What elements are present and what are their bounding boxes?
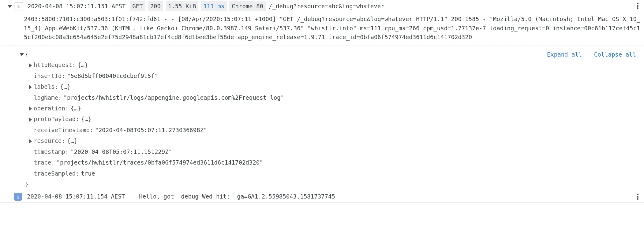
chevron-right-icon (29, 63, 32, 68)
expand-all-link[interactable]: Expand all (547, 50, 582, 59)
field-httpRequest[interactable]: httpRequest: {…} (18, 60, 641, 70)
star-icon: ✳ (17, 2, 21, 11)
status-chip[interactable]: 200 (148, 1, 163, 11)
latency-chip[interactable]: 111 ms (201, 1, 227, 11)
structured-payload: Expand all | Collapse all { httpRequest:… (0, 46, 644, 191)
log-entry-header[interactable]: ✳ 2020-04-08 15:07:11.151 AEST GET 200 1… (0, 0, 644, 12)
field-timestamp[interactable]: timestamp: "2020-04-08T05:07:11.151229Z" (18, 147, 641, 157)
json-close: } (18, 179, 641, 190)
field-traceSampled[interactable]: traceSampled: true (18, 168, 641, 179)
star-button[interactable]: ✳ (14, 2, 23, 10)
field-trace[interactable]: trace: "projects/hwhistlr/traces/0bfa06f… (18, 157, 641, 168)
expand-toggle[interactable] (6, 2, 14, 11)
controls-divider: | (586, 50, 590, 59)
json-controls: Expand all | Collapse all (547, 50, 636, 59)
field-resource[interactable]: resource: {…} (18, 136, 641, 146)
collapse-all-link[interactable]: Collapse all (594, 50, 636, 59)
chevron-right-icon (29, 85, 32, 89)
log-entry-2[interactable]: i 2020-04-08 15:07:11.154 AEST Hello, go… (0, 191, 644, 202)
chevron-right-icon (29, 106, 32, 111)
open-brace: { (25, 50, 28, 59)
field-logName[interactable]: logName: "projects/hwhistlr/logs/appengi… (18, 92, 641, 103)
field-insertId[interactable]: insertId: "5e8d5bff000401c0cbef915f" (18, 71, 641, 81)
field-operation[interactable]: operation: {…} (18, 103, 641, 114)
http-method-chip[interactable]: GET (130, 1, 145, 11)
chevron-right-icon (29, 117, 32, 122)
field-protoPayload[interactable]: protoPayload: {…} (18, 114, 641, 124)
entry-menu[interactable] (637, 194, 638, 200)
chevron-right-icon (29, 139, 32, 143)
info-severity-icon: i (14, 193, 22, 201)
request-path: /_debug?resource=abc&log=whatever (269, 2, 384, 11)
size-chip[interactable]: 1.55 KiB (166, 1, 199, 11)
field-receiveTimestamp[interactable]: receiveTimestamp: "2020-04-08T05:07:11.2… (18, 125, 641, 136)
log-message: Hello, got _debug Wed hit: _ga=GA1.2.559… (139, 192, 335, 201)
entry-menu[interactable] (637, 3, 638, 9)
useragent-chip[interactable]: Chrome 80 (229, 1, 266, 11)
entry-timestamp: 2020-04-08 15:07:11.151 AEST (28, 2, 125, 11)
chevron-down-icon (8, 5, 12, 8)
chevron-down-icon (20, 53, 24, 56)
field-labels[interactable]: labels: {…} (18, 81, 641, 92)
raw-log-text: 2403:5800:7101:c300:a503:1f01:f742:fd61 … (0, 12, 644, 46)
entry-timestamp: 2020-04-08 15:07:11.154 AEST (27, 192, 125, 201)
